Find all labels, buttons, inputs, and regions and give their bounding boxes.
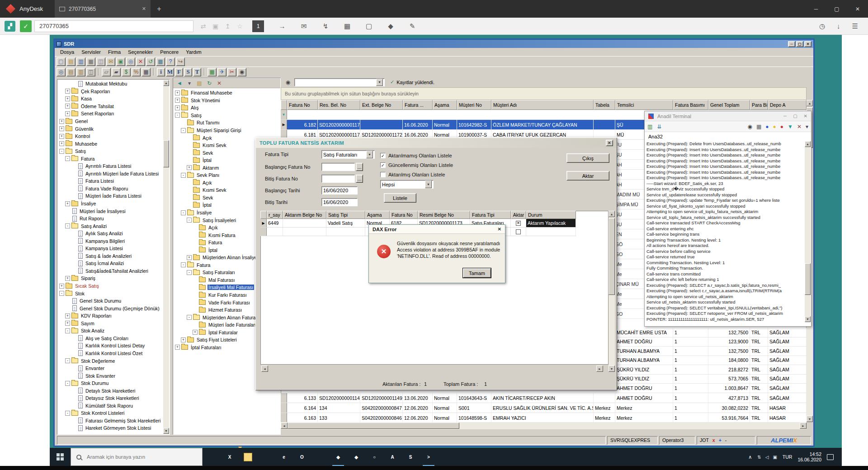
find-icon[interactable]: ◉ — [283, 78, 292, 86]
expander-icon[interactable]: - — [181, 173, 186, 178]
cikis-button[interactable]: Çıkış — [566, 153, 609, 163]
expander-icon[interactable]: - — [187, 218, 192, 223]
cell-aktar[interactable] — [511, 219, 526, 227]
expander-icon[interactable]: + — [65, 89, 70, 94]
yellow-dot-icon[interactable]: ● — [773, 123, 776, 130]
terminal-titlebar[interactable]: Anadil Terminal ─ ▢ ✕ — [645, 111, 811, 121]
letter-shortcut-button[interactable]: F — [175, 68, 183, 76]
tree-item[interactable]: Kampanya Bilgileri — [58, 237, 163, 245]
expander-icon[interactable]: - — [65, 156, 70, 161]
column-header[interactable]: Tabela — [594, 100, 615, 110]
tab-close-icon[interactable]: ✕ — [142, 6, 146, 12]
group-by-hint-bar[interactable]: Bu sütunu gruplayabilmek için sütun başl… — [281, 87, 807, 100]
tree-item[interactable]: + KDV Raporları — [58, 312, 163, 320]
cell-aktar[interactable] — [511, 228, 526, 236]
invoice-row-partial[interactable]: TURHAN ALBAMYA 1 184,0800 TRL SAĞLAM — [615, 356, 807, 366]
tree-item[interactable]: Kümülatif Stok Raporu — [58, 402, 163, 410]
expander-icon[interactable]: + — [175, 98, 180, 103]
chevron-down-icon[interactable]: ▼ — [425, 180, 432, 188]
expander-icon[interactable]: + — [59, 284, 64, 289]
export-icon[interactable]: ⇊ — [657, 123, 661, 130]
column-header[interactable]: Durum — [526, 211, 576, 219]
downloads-icon[interactable]: ↓ — [837, 22, 840, 30]
column-header[interactable]: Res. Bel. No — [318, 100, 360, 110]
menu-item[interactable]: Firma — [104, 49, 124, 55]
listele-checkbox-row[interactable]: Aktarılmamış Olanları Listele — [380, 151, 453, 160]
tree-item[interactable]: + Kasa — [58, 95, 163, 103]
terminal-maximize-button[interactable]: ▢ — [793, 114, 797, 119]
grid-horizontal-scrollbar[interactable]: ◄ ► — [281, 422, 807, 429]
tree-item[interactable]: Alış ve Satış Ciroları — [58, 335, 163, 342]
monitors-icon[interactable]: ▣ — [209, 23, 222, 30]
favorites-star-icon[interactable]: ☆ — [234, 23, 246, 30]
session-tab[interactable]: 270770365 ✕ — [55, 0, 151, 18]
jot-plus-icon[interactable]: + — [719, 437, 722, 443]
expander-icon[interactable]: - — [181, 128, 186, 133]
record-search-combobox[interactable]: ▼ — [294, 78, 385, 86]
network-icon[interactable]: ⇅ — [757, 455, 761, 460]
tray-chevron-icon[interactable]: ∧ — [748, 454, 752, 460]
tree-item[interactable]: + Muhasebe — [58, 140, 163, 147]
row-selector[interactable]: ▶ — [260, 219, 267, 227]
column-header[interactable]: Resmi Belge No — [418, 211, 470, 219]
column-header[interactable]: r_say — [267, 211, 283, 219]
tree-item[interactable]: + Sipariş — [58, 275, 163, 282]
expander-icon[interactable]: - — [59, 291, 64, 296]
bitis-tarih-input[interactable]: 16/06/2020 — [321, 198, 358, 206]
tree-item[interactable]: Genel Stok Durumu — [58, 297, 163, 305]
tree-item[interactable]: Müşteri İade İrsaliyesi — [58, 207, 163, 215]
tray-app-icon[interactable]: ▣ — [773, 455, 777, 460]
tree-item[interactable]: Stok Envanter — [58, 372, 163, 380]
expander-icon[interactable]: + — [59, 134, 64, 139]
letter-shortcut-button[interactable]: T — [193, 68, 201, 76]
grid-scroll-right-icon[interactable]: ► — [596, 366, 603, 372]
tree-item[interactable]: Fatura Vade Raporu — [58, 185, 163, 193]
row-selector[interactable]: ▶ — [281, 120, 287, 129]
cascade-icon[interactable]: ▱ — [102, 68, 111, 76]
taskbar-clock[interactable]: 14:52 16.06.2020 — [797, 451, 821, 462]
expander-icon[interactable]: + — [65, 111, 70, 116]
letter-shortcut-button[interactable]: S — [184, 68, 192, 76]
column-header[interactable]: Temsilci — [615, 100, 673, 110]
invoice-row-partial[interactable]: TURHAN ALBAMYA 1 132,7500 TRL SAĞLAM — [615, 347, 807, 356]
menu-item[interactable]: Servisler — [78, 49, 104, 55]
jot-x-icon[interactable]: x — [712, 437, 715, 443]
expander-icon[interactable]: - — [181, 262, 186, 267]
excel-icon[interactable]: X — [221, 448, 239, 466]
tree-item[interactable]: + Senet Raporları — [58, 110, 163, 118]
expander-icon[interactable]: - — [65, 223, 70, 228]
help-icon[interactable]: ? — [166, 57, 175, 66]
expander-icon[interactable]: + — [175, 345, 180, 350]
chat-icon[interactable]: ✉ — [293, 22, 315, 30]
expander-icon[interactable]: + — [65, 313, 70, 318]
task-view-icon[interactable] — [203, 448, 221, 466]
expander-icon[interactable]: - — [175, 113, 180, 118]
column-header[interactable]: Aşama — [365, 211, 390, 219]
invoice-row-partial[interactable]: AHMET DOĞRU 1 123,9000 TRL SAĞLAM — [615, 337, 807, 347]
column-header[interactable]: Genel Toplam — [708, 100, 750, 110]
tree-item[interactable]: Satış&İade&Tahsilat Analizleri — [58, 267, 163, 275]
filter-icon[interactable]: ▼ — [788, 123, 793, 130]
sdr-minimize-button[interactable]: ─ — [788, 41, 795, 47]
checkbox[interactable] — [380, 172, 386, 177]
monitor-1-button[interactable]: 1 — [252, 20, 264, 32]
tree-item[interactable]: Rut Tanımı — [174, 119, 280, 127]
chevron-down-icon[interactable]: ▼ — [376, 79, 383, 86]
invoice-row[interactable]: 6.133 SD12020000001149 SD1202000001149 1… — [281, 393, 807, 403]
expander-icon[interactable]: - — [65, 411, 70, 416]
terminal-log[interactable]: Executing (Prepared): Delete from UsersD… — [646, 141, 806, 322]
expander-icon[interactable]: - — [65, 328, 70, 333]
tree-item[interactable]: - Satış — [174, 112, 280, 119]
tree-item[interactable]: + Çek Raporları — [58, 88, 163, 95]
tree-item[interactable]: + Stok Yönetimi — [174, 97, 280, 104]
invoice-row-partial[interactable]: ŞÜKRÜ YILDIZ 1 573,7065 TRL SAĞLAM — [615, 375, 807, 384]
find-icon[interactable]: ◎ — [126, 57, 135, 66]
invoice-row-partial[interactable]: AHMET DOĞRU 1 1.003,8647 TRL SAĞLAM — [615, 384, 807, 393]
row-selector[interactable] — [260, 228, 267, 236]
send-plane-icon[interactable]: ✈ — [217, 68, 226, 76]
checkbox[interactable] — [380, 162, 386, 168]
menu-item[interactable]: Yardım — [182, 49, 205, 55]
start-button[interactable] — [50, 448, 71, 466]
volume-icon[interactable]: ◁ — [765, 455, 769, 460]
calculator-icon[interactable]: ▦ — [142, 68, 151, 76]
